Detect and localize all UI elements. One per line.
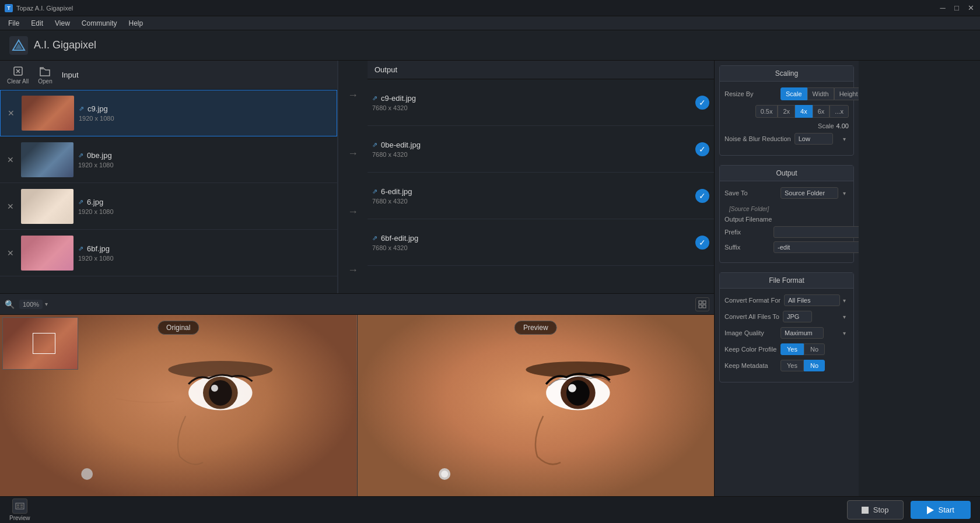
suffix-label: Suffix	[724, 244, 771, 251]
thumbnail-navigator[interactable]	[2, 317, 78, 370]
svg-rect-30	[20, 507, 23, 508]
input-header: Clear All Open Input	[0, 61, 337, 90]
output-dims-1: 7680 x 4320	[372, 151, 421, 158]
svg-text:T: T	[7, 5, 10, 11]
resize-by-label: Resize By	[724, 90, 777, 97]
keep-meta-row: Keep Metadata Yes No	[724, 360, 849, 371]
remove-file-0[interactable]: ✕	[5, 108, 17, 118]
noise-select[interactable]: Low Medium High	[794, 133, 833, 145]
keep-color-group: Yes No	[780, 343, 825, 355]
open-button[interactable]: Open	[38, 65, 52, 85]
keep-color-no-btn[interactable]: No	[804, 343, 825, 355]
app-icon: T	[5, 4, 13, 12]
output-info-3: ⇗ 6bf-edit.jpg 7680 x 4320	[372, 234, 418, 251]
start-button[interactable]: Start	[911, 501, 971, 519]
output-settings-content: Save To Source Folder Custom Folder [Sou…	[720, 181, 853, 262]
clear-all-button[interactable]: Clear All	[7, 65, 29, 85]
svg-rect-27	[17, 504, 19, 506]
convert-format-label: Convert Format For	[724, 297, 780, 304]
close-button[interactable]: ✕	[966, 3, 975, 13]
input-file-row-1[interactable]: ✕ ⇗ 0be.jpg 1920 x 1080	[0, 136, 337, 183]
menu-community[interactable]: Community	[76, 18, 123, 29]
output-file-row-3: ⇗ 6bf-edit.jpg 7680 x 4320 ✓	[368, 219, 714, 266]
prefix-input[interactable]	[774, 226, 859, 238]
menu-file[interactable]: File	[2, 18, 25, 29]
menu-view[interactable]: View	[49, 18, 76, 29]
preview-icon-box	[12, 499, 27, 514]
zoom-control: 100% ▾	[19, 300, 48, 309]
stop-icon	[862, 507, 869, 514]
resize-height-btn[interactable]: Height	[834, 87, 859, 100]
svg-rect-9	[699, 305, 702, 308]
scale-options-row: 0.5x 2x 4x 6x ...x	[724, 105, 849, 118]
remove-file-1[interactable]: ✕	[5, 155, 16, 164]
search-button[interactable]: 🔍	[5, 300, 15, 309]
output-check-0: ✓	[695, 96, 709, 110]
scale-2x-btn[interactable]: 2x	[778, 105, 795, 118]
scale-6x-btn[interactable]: 6x	[813, 105, 830, 118]
thumb-6	[21, 189, 74, 224]
scaling-content: Resize By Scale Width Height 0.5x 2x 4x …	[720, 82, 853, 155]
keep-color-yes-btn[interactable]: Yes	[780, 343, 804, 355]
file-format-section: File Format Convert Format For All Files…	[719, 272, 854, 382]
convert-to-select[interactable]: JPG PNG TIFF	[783, 311, 812, 322]
convert-to-select-wrap: JPG PNG TIFF	[783, 311, 849, 322]
arrow-0: →	[338, 72, 368, 119]
prefix-label: Prefix	[724, 229, 771, 236]
suffix-input[interactable]	[774, 241, 859, 253]
svg-rect-10	[703, 305, 706, 308]
file-info-3: ⇗ 6bf.jpg 1920 x 1080	[78, 244, 114, 262]
scale-4x-btn[interactable]: 4x	[795, 105, 813, 118]
image-quality-select[interactable]: Maximum High Medium	[780, 327, 824, 339]
titlebar-controls[interactable]: ─ □ ✕	[938, 3, 975, 13]
app-header: A.I. Gigapixel	[0, 30, 980, 61]
maximize-button[interactable]: □	[952, 3, 961, 13]
file-name-1: 0be.jpg	[87, 151, 112, 160]
main-layout: Clear All Open Input ✕	[0, 61, 980, 523]
scale-05x-btn[interactable]: 0.5x	[755, 105, 778, 118]
file-name-3: 6bf.jpg	[87, 244, 110, 253]
remove-file-2[interactable]: ✕	[5, 202, 16, 211]
file-dims-3: 1920 x 1080	[78, 255, 114, 262]
file-name-2: 6.jpg	[87, 198, 103, 206]
noise-label: Noise & Blur Reduction	[724, 135, 791, 142]
keep-meta-no-btn[interactable]: No	[804, 360, 825, 371]
output-dims-2: 7680 x 4320	[372, 198, 412, 205]
output-check-2: ✓	[695, 189, 709, 203]
minimize-button[interactable]: ─	[938, 3, 947, 13]
bottom-toolbar: 🔍 100% ▾	[0, 294, 714, 315]
resize-scale-btn[interactable]: Scale	[780, 87, 807, 100]
thumb-0be	[21, 142, 74, 177]
scale-custom-btn[interactable]: ...x	[830, 105, 849, 118]
preview-thumb-label: Preview	[9, 515, 30, 521]
svg-point-17	[81, 468, 93, 480]
resize-width-btn[interactable]: Width	[807, 87, 834, 100]
preview-thumb-button[interactable]: Preview	[9, 499, 30, 521]
arrow-column: → → → →	[338, 61, 368, 293]
stop-button[interactable]: Stop	[847, 500, 904, 520]
file-dims-0: 1920 x 1080	[79, 115, 114, 122]
svg-rect-7	[699, 301, 702, 304]
keep-color-label: Keep Color Profile	[724, 346, 777, 353]
remove-file-3[interactable]: ✕	[5, 248, 16, 258]
scale-options-group: 0.5x 2x 4x 6x ...x	[755, 105, 849, 118]
scale-value-row: Scale 4.00	[724, 122, 849, 129]
input-file-row-2[interactable]: ✕ ⇗ 6.jpg 1920 x 1080	[0, 183, 337, 230]
file-dims-2: 1920 x 1080	[78, 208, 114, 215]
play-icon	[927, 506, 934, 514]
save-to-label: Save To	[724, 189, 777, 196]
zoom-dropdown-icon[interactable]: ▾	[45, 301, 48, 307]
file-info-2: ⇗ 6.jpg 1920 x 1080	[78, 198, 114, 215]
convert-format-select[interactable]: All Files Selected Files	[784, 294, 840, 306]
svg-rect-29	[17, 507, 19, 508]
output-info-0: ⇗ c9-edit.jpg 7680 x 4320	[372, 94, 416, 111]
external-link-icon-3: ⇗	[78, 245, 83, 252]
menu-help[interactable]: Help	[123, 18, 149, 29]
fit-view-button[interactable]	[695, 297, 709, 311]
titlebar-left: T Topaz A.I. Gigapixel	[5, 4, 73, 12]
save-to-select[interactable]: Source Folder Custom Folder	[780, 187, 838, 199]
input-file-row-3[interactable]: ✕ ⇗ 6bf.jpg 1920 x 1080	[0, 230, 337, 276]
menu-edit[interactable]: Edit	[25, 18, 49, 29]
keep-meta-yes-btn[interactable]: Yes	[780, 360, 804, 371]
input-file-row-0[interactable]: ✕ ⇗ c9.jpg 1920 x 1080	[0, 90, 337, 136]
